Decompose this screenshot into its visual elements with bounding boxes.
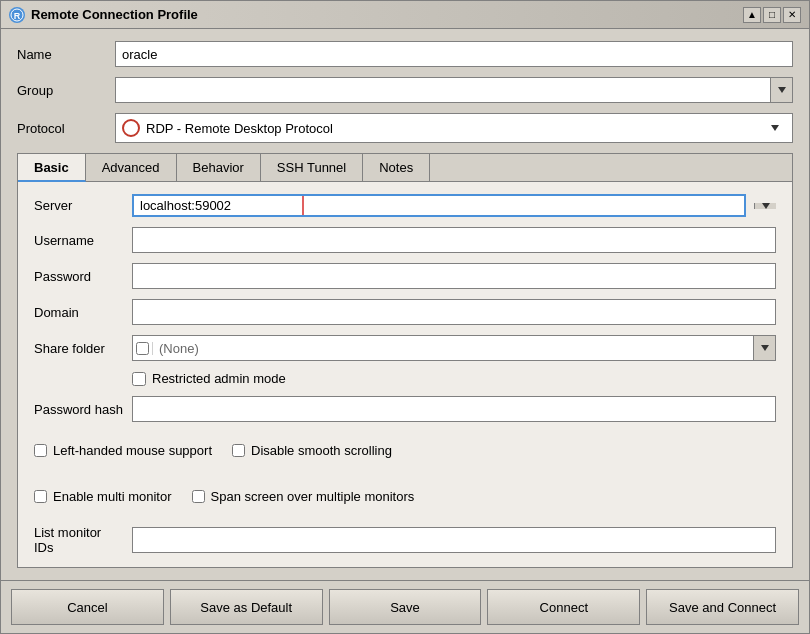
password-label: Password <box>34 269 124 284</box>
share-folder-placeholder: (None) <box>153 341 753 356</box>
group-select-wrapper <box>115 77 793 103</box>
password-hash-label: Password hash <box>34 402 124 417</box>
span-screen-group: Span screen over multiple monitors <box>192 479 415 516</box>
password-row: Password <box>34 263 776 289</box>
tab-behavior[interactable]: Behavior <box>177 154 261 181</box>
save-button[interactable]: Save <box>329 589 482 625</box>
share-checkbox-area <box>133 342 153 355</box>
domain-row: Domain <box>34 299 776 325</box>
minimize-button[interactable]: ▲ <box>743 7 761 23</box>
server-input[interactable] <box>134 196 304 215</box>
restricted-admin-checkbox[interactable] <box>132 372 146 386</box>
server-input-wrapper <box>132 194 746 217</box>
group-label: Group <box>17 83 107 98</box>
chevron-down-icon <box>761 345 769 351</box>
list-monitor-input[interactable] <box>132 527 776 553</box>
username-input[interactable] <box>132 227 776 253</box>
connect-button[interactable]: Connect <box>487 589 640 625</box>
multi-monitor-checkbox[interactable] <box>34 490 47 503</box>
chevron-down-icon <box>771 125 779 131</box>
checkboxes-row2: Enable multi monitor Span screen over mu… <box>34 479 776 516</box>
list-monitor-label: List monitor IDs <box>34 525 124 555</box>
multi-monitor-label: Enable multi monitor <box>53 489 172 504</box>
tabs-container: Basic Advanced Behavior SSH Tunnel Notes… <box>17 153 793 568</box>
chevron-down-icon <box>778 87 786 93</box>
server-port-input[interactable] <box>304 196 744 215</box>
cancel-button[interactable]: Cancel <box>11 589 164 625</box>
server-row: Server <box>34 194 776 217</box>
tabs-header: Basic Advanced Behavior SSH Tunnel Notes <box>18 154 792 182</box>
name-input[interactable] <box>115 41 793 67</box>
group-row: Group <box>17 77 793 103</box>
checkboxes-row1: Left-handed mouse support Disable smooth… <box>34 432 776 469</box>
restricted-admin-row: Restricted admin mode <box>34 371 776 386</box>
titlebar-left: R Remote Connection Profile <box>9 7 198 23</box>
protocol-value: RDP - Remote Desktop Protocol <box>146 121 764 136</box>
server-dropdown-arrow[interactable] <box>754 203 776 209</box>
main-content: Name Group Protocol RDP - Remote Desktop… <box>1 29 809 580</box>
maximize-button[interactable]: □ <box>763 7 781 23</box>
share-folder-checkbox[interactable] <box>136 342 149 355</box>
password-input[interactable] <box>132 263 776 289</box>
protocol-select-wrapper: RDP - Remote Desktop Protocol <box>115 113 793 143</box>
name-label: Name <box>17 47 107 62</box>
group-dropdown-arrow[interactable] <box>770 78 792 102</box>
tab-notes[interactable]: Notes <box>363 154 430 181</box>
span-screen-label: Span screen over multiple monitors <box>211 489 415 504</box>
left-mouse-checkbox[interactable] <box>34 444 47 457</box>
share-folder-row: Share folder (None) <box>34 335 776 361</box>
password-hash-row: Password hash <box>34 396 776 422</box>
restricted-admin-group: Restricted admin mode <box>132 371 286 386</box>
protocol-row: Protocol RDP - Remote Desktop Protocol <box>17 113 793 143</box>
svg-text:R: R <box>14 11 21 21</box>
tab-basic[interactable]: Basic <box>18 154 86 182</box>
share-folder-label: Share folder <box>34 341 124 356</box>
disable-scroll-label: Disable smooth scrolling <box>251 443 392 458</box>
titlebar-controls: ▲ □ ✕ <box>743 7 801 23</box>
disable-scroll-checkbox[interactable] <box>232 444 245 457</box>
restricted-admin-label: Restricted admin mode <box>152 371 286 386</box>
tab-basic-content: Server Username Password <box>18 182 792 567</box>
group-input[interactable] <box>116 81 770 100</box>
span-screen-checkbox[interactable] <box>192 490 205 503</box>
app-icon: R <box>9 7 25 23</box>
tab-advanced[interactable]: Advanced <box>86 154 177 181</box>
titlebar: R Remote Connection Profile ▲ □ ✕ <box>1 1 809 29</box>
disable-scroll-group: Disable smooth scrolling <box>232 432 392 469</box>
username-label: Username <box>34 233 124 248</box>
window-title: Remote Connection Profile <box>31 7 198 22</box>
username-row: Username <box>34 227 776 253</box>
name-row: Name <box>17 41 793 67</box>
server-label: Server <box>34 198 124 213</box>
main-window: R Remote Connection Profile ▲ □ ✕ Name G… <box>0 0 810 634</box>
tab-ssh-tunnel[interactable]: SSH Tunnel <box>261 154 363 181</box>
list-monitor-row: List monitor IDs <box>34 525 776 555</box>
close-button[interactable]: ✕ <box>783 7 801 23</box>
domain-input[interactable] <box>132 299 776 325</box>
left-mouse-label: Left-handed mouse support <box>53 443 212 458</box>
save-connect-button[interactable]: Save and Connect <box>646 589 799 625</box>
save-default-button[interactable]: Save as Default <box>170 589 323 625</box>
password-hash-input[interactable] <box>132 396 776 422</box>
share-folder-wrapper: (None) <box>132 335 776 361</box>
multi-monitor-group: Enable multi monitor <box>34 479 172 516</box>
rdp-icon <box>122 119 140 137</box>
left-mouse-group: Left-handed mouse support <box>34 432 212 469</box>
chevron-down-icon <box>762 203 770 209</box>
protocol-label: Protocol <box>17 121 107 136</box>
bottom-buttons: Cancel Save as Default Save Connect Save… <box>1 580 809 633</box>
domain-label: Domain <box>34 305 124 320</box>
protocol-dropdown-arrow[interactable] <box>764 114 786 142</box>
share-folder-dropdown-arrow[interactable] <box>753 336 775 360</box>
